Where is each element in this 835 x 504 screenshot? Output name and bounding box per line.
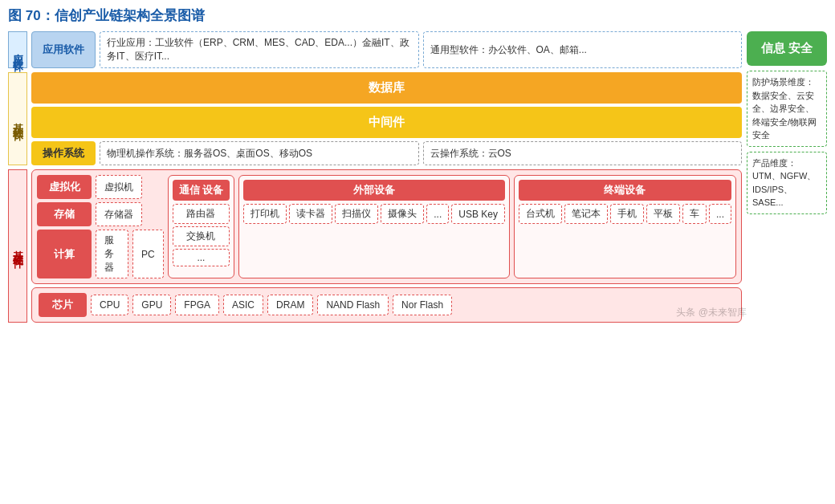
peripheral-title: 外部设备: [243, 180, 505, 201]
pc-item: PC: [132, 230, 164, 278]
desktop-item: 台式机: [519, 204, 562, 224]
row-label-app-software: 应 用 软 件: [8, 31, 27, 68]
database-bar: 数据库: [31, 72, 742, 104]
page-title: 图 70：信创产业链架构全景图谱: [8, 6, 827, 25]
car-item: 车: [682, 204, 707, 224]
os-physical-cell: 物理机操作系统：服务器OS、桌面OS、移动OS: [100, 141, 419, 165]
watermark: 头条 @未来智库: [676, 306, 747, 319]
card-reader-item: 读卡器: [289, 204, 332, 224]
cpu-item: CPU: [91, 295, 128, 315]
camera-item: 摄像头: [381, 204, 424, 224]
usb-key-item: USB Key: [451, 204, 505, 224]
info-security-title: 信息 安全: [747, 31, 827, 66]
peripheral-more-item: ...: [426, 204, 449, 224]
virtualization-label: 虚拟化: [37, 175, 92, 199]
os-cloud-cell: 云操作系统：云OS: [423, 141, 743, 165]
industry-app-cell: 行业应用：工业软件（ERP、CRM、MES、CAD、EDA...）金融IT、政务…: [100, 31, 419, 68]
nand-flash-item: NAND Flash: [317, 295, 389, 315]
comm-more-item: ...: [173, 249, 230, 266]
general-app-cell: 通用型软件：办公软件、OA、邮箱...: [423, 31, 743, 68]
info-security-panel: 信息 安全 防护场景维度：数据安全、云安全、边界安全、终端安全/物联网安全 产品…: [747, 31, 827, 323]
tablet-item: 平板: [646, 204, 680, 224]
row-label-base-software: 基 础 软 件: [8, 72, 27, 165]
laptop-item: 笔记本: [564, 204, 608, 224]
terminal-title: 终端设备: [519, 180, 731, 201]
vm-item: 虚拟机: [96, 175, 142, 199]
asic-item: ASIC: [223, 295, 263, 315]
app-software-label: 应用软件: [31, 31, 96, 68]
chip-row: 芯片 CPU GPU FPGA ASIC DRAM NAND Flash Nor…: [31, 287, 742, 323]
compute-label: 计算: [37, 230, 92, 278]
gpu-item: GPU: [132, 295, 171, 315]
server-item: 服务器: [96, 230, 128, 278]
nor-flash-item: Nor Flash: [393, 295, 452, 315]
info-security-desc1: 防护场景维度：数据安全、云安全、边界安全、终端安全/物联网安全: [747, 71, 827, 147]
os-label: 操作系统: [31, 141, 96, 165]
middleware-bar: 中间件: [31, 107, 742, 138]
printer-item: 打印机: [243, 204, 287, 224]
fpga-item: FPGA: [175, 295, 219, 315]
storage-item: 存储器: [96, 202, 142, 226]
dram-item: DRAM: [267, 295, 313, 315]
info-security-desc2: 产品维度：UTM、NGFW、IDS/IPS、SASE...: [747, 152, 827, 214]
scanner-item: 扫描仪: [335, 204, 378, 224]
switch-item: 交换机: [173, 226, 230, 246]
phone-item: 手机: [610, 204, 644, 224]
comm-devices-title: 通信 设备: [173, 180, 230, 201]
chip-label: 芯片: [39, 293, 87, 317]
row-label-base-hardware: 基 础 硬 件: [8, 169, 27, 323]
storage-label: 存储: [37, 202, 92, 226]
router-item: 路由器: [173, 204, 230, 224]
terminal-more-item: ...: [709, 204, 731, 224]
